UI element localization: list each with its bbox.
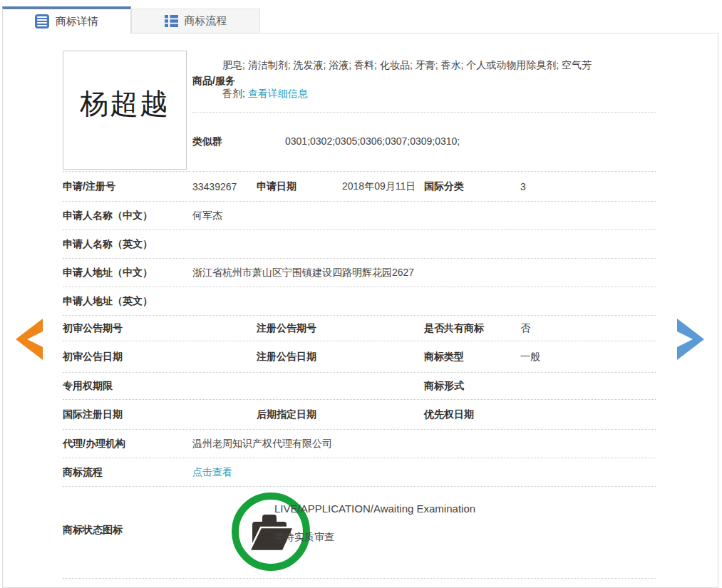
app-no-value: 33439267 [192, 181, 237, 192]
applicant-name-en-label: 申请人名称（英文） [63, 238, 153, 251]
document-list-icon [35, 14, 49, 29]
applicant-addr-en-label: 申请人地址（英文） [63, 295, 153, 308]
app-date-label: 申请日期 [257, 180, 296, 193]
shared-mark-value: 否 [520, 322, 530, 335]
status-line2: 等待实质审查 [274, 531, 334, 544]
intl-reg-date-label: 国际注册日期 [63, 408, 123, 421]
similar-group-value: 0301;0302;0305;0306;0307;0309;0310; [285, 135, 460, 147]
mark-form-label: 商标形式 [424, 380, 464, 393]
separator [192, 112, 656, 113]
applicant-addr-en-row: 申请人地址（英文） [63, 287, 656, 316]
status-line1: LIVE/APPLICATION/Awaiting Examination [274, 502, 475, 515]
app-date-value: 2018年09月11日 [342, 180, 416, 193]
shared-mark-label: 是否共有商标 [424, 322, 484, 335]
registration-row: 申请/注册号 33439267 申请日期 2018年09月11日 国际分类 3 [63, 171, 656, 202]
first-pub-no-label: 初审公告期号 [63, 322, 123, 335]
reg-pub-date-label: 注册公告日期 [257, 351, 316, 363]
status-row: 商标状态图标 LIVE/APPLICATION/Awaiting Examina… [63, 487, 656, 579]
applicant-name-cn-label: 申请人名称（中文） [63, 210, 153, 222]
trademark-detail-content: 杨超越 商品/服务 肥皂; 清洁制剂; 洗发液; 浴液; 香料; 化妆品; 牙膏… [0, 0, 722, 588]
exclusive-term-label: 专用权期限 [63, 380, 113, 393]
intl-dates-row: 国际注册日期 后期指定日期 优先权日期 [63, 400, 656, 430]
tab-trademark-process[interactable]: 商标流程 [131, 9, 260, 33]
mark-type-label: 商标类型 [424, 351, 464, 363]
tab-process-label: 商标流程 [185, 14, 227, 28]
tab-detail-label: 商标详情 [56, 15, 98, 29]
agent-row: 代理/办理机构 温州老周知识产权代理有限公司 [63, 430, 656, 458]
status-icon-label: 商标状态图标 [63, 524, 123, 537]
flow-row: 商标流程 点击查看 [63, 458, 656, 487]
prev-arrow-button[interactable] [16, 319, 44, 360]
publication-no-row: 初审公告期号 注册公告期号 是否共有商标 否 [63, 316, 656, 341]
priority-date-label: 优先权日期 [424, 408, 474, 421]
agent-value: 温州老周知识产权代理有限公司 [192, 438, 332, 450]
trademark-text: 杨超越 [80, 84, 170, 123]
agent-label: 代理/办理机构 [63, 438, 125, 450]
term-row: 专用权期限 商标形式 [63, 373, 656, 400]
applicant-name-en-row: 申请人名称（英文） [63, 230, 656, 259]
applicant-name-cn-row: 申请人名称（中文） 何军杰 [63, 202, 656, 230]
tab-trademark-detail[interactable]: 商标详情 [2, 6, 131, 33]
next-arrow-button[interactable] [676, 319, 704, 360]
later-designation-label: 后期指定日期 [257, 408, 316, 421]
grid-list-icon [165, 14, 178, 28]
publication-date-row: 初审公告日期 注册公告日期 商标类型 一般 [63, 341, 656, 373]
click-to-view-link[interactable]: 点击查看 [192, 466, 232, 479]
applicant-addr-cn-label: 申请人地址（中文） [63, 267, 153, 279]
app-no-label: 申请/注册号 [63, 180, 115, 193]
mark-type-value: 一般 [520, 351, 540, 363]
intl-class-label: 国际分类 [424, 180, 464, 193]
view-detail-link[interactable]: 查看详细信息 [248, 88, 308, 99]
trademark-image: 杨超越 [63, 51, 187, 170]
similar-group-label: 类似群 [192, 135, 222, 148]
intl-class-value: 3 [520, 181, 526, 192]
flow-label: 商标流程 [63, 466, 103, 479]
applicant-name-cn-value: 何军杰 [192, 210, 222, 222]
applicant-addr-cn-value: 浙江省杭州市萧山区宁围镇建设四路明辉花园2627 [192, 267, 414, 279]
goods-services-value: 肥皂; 清洁制剂; 洗发液; 浴液; 香料; 化妆品; 牙膏; 香水; 个人或动… [222, 51, 594, 108]
first-pub-date-label: 初审公告日期 [63, 351, 123, 363]
applicant-addr-cn-row: 申请人地址（中文） 浙江省杭州市萧山区宁围镇建设四路明辉花园2627 [63, 259, 656, 287]
reg-pub-no-label: 注册公告期号 [257, 322, 316, 335]
